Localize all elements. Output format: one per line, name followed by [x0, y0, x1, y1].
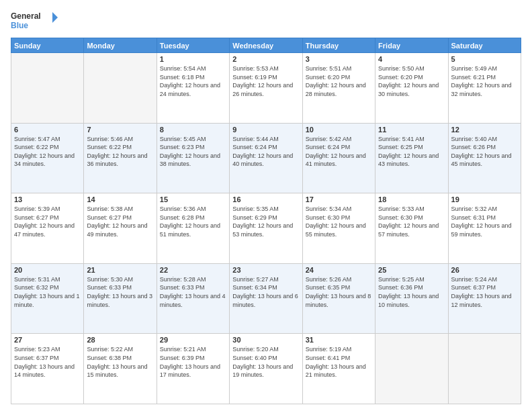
- page: General Blue SundayMondayTuesdayWednesda…: [0, 0, 532, 411]
- day-detail: Sunrise: 5:26 AMSunset: 6:35 PMDaylight:…: [306, 275, 372, 309]
- day-detail: Sunrise: 5:47 AMSunset: 6:22 PMDaylight:…: [14, 135, 81, 169]
- day-number: 28: [87, 336, 153, 344]
- day-detail: Sunrise: 5:51 AMSunset: 6:20 PMDaylight:…: [306, 64, 372, 98]
- day-detail: Sunrise: 5:27 AMSunset: 6:34 PMDaylight:…: [232, 275, 299, 309]
- day-number: 4: [378, 55, 445, 63]
- calendar-cell: 28Sunrise: 5:22 AMSunset: 6:38 PMDayligh…: [84, 334, 157, 404]
- day-number: 19: [451, 195, 518, 203]
- day-detail: Sunrise: 5:53 AMSunset: 6:19 PMDaylight:…: [232, 64, 299, 98]
- svg-marker-2: [52, 12, 58, 23]
- svg-text:General: General: [11, 11, 41, 21]
- weekday-header-row: SundayMondayTuesdayWednesdayThursdayFrid…: [11, 38, 521, 53]
- day-number: 20: [14, 266, 81, 274]
- day-number: 25: [378, 266, 445, 274]
- svg-text:Blue: Blue: [11, 21, 28, 30]
- day-number: 7: [87, 126, 153, 134]
- calendar-cell: 22Sunrise: 5:28 AMSunset: 6:33 PMDayligh…: [157, 263, 229, 334]
- day-number: 5: [451, 55, 518, 63]
- day-number: 12: [451, 126, 518, 134]
- day-detail: Sunrise: 5:31 AMSunset: 6:32 PMDaylight:…: [14, 275, 81, 309]
- day-number: 16: [232, 195, 299, 203]
- calendar-cell: 5Sunrise: 5:49 AMSunset: 6:21 PMDaylight…: [448, 53, 521, 124]
- weekday-tuesday: Tuesday: [157, 38, 229, 53]
- day-detail: Sunrise: 5:24 AMSunset: 6:37 PMDaylight:…: [451, 275, 518, 309]
- day-detail: Sunrise: 5:49 AMSunset: 6:21 PMDaylight:…: [451, 64, 518, 98]
- day-detail: Sunrise: 5:39 AMSunset: 6:27 PMDaylight:…: [14, 205, 81, 238]
- day-detail: Sunrise: 5:32 AMSunset: 6:31 PMDaylight:…: [451, 205, 518, 238]
- day-detail: Sunrise: 5:34 AMSunset: 6:30 PMDaylight:…: [306, 205, 372, 238]
- day-detail: Sunrise: 5:45 AMSunset: 6:23 PMDaylight:…: [160, 135, 226, 169]
- day-number: 24: [306, 266, 372, 274]
- week-row-3: 13Sunrise: 5:39 AMSunset: 6:27 PMDayligh…: [11, 193, 521, 264]
- calendar-cell: 6Sunrise: 5:47 AMSunset: 6:22 PMDaylight…: [11, 123, 84, 193]
- day-number: 26: [451, 266, 518, 274]
- day-detail: Sunrise: 5:41 AMSunset: 6:25 PMDaylight:…: [378, 135, 445, 169]
- calendar-cell: 2Sunrise: 5:53 AMSunset: 6:19 PMDaylight…: [230, 53, 302, 124]
- calendar-cell: 7Sunrise: 5:46 AMSunset: 6:22 PMDaylight…: [84, 123, 157, 193]
- logo: General Blue: [11, 9, 58, 34]
- calendar-cell: 11Sunrise: 5:41 AMSunset: 6:25 PMDayligh…: [375, 123, 448, 193]
- calendar-cell: 16Sunrise: 5:35 AMSunset: 6:29 PMDayligh…: [230, 193, 302, 264]
- calendar-cell: [375, 334, 448, 404]
- calendar-cell: 3Sunrise: 5:51 AMSunset: 6:20 PMDaylight…: [302, 53, 375, 124]
- day-detail: Sunrise: 5:20 AMSunset: 6:40 PMDaylight:…: [232, 345, 299, 379]
- day-number: 3: [306, 55, 372, 63]
- day-number: 1: [160, 55, 226, 63]
- calendar-cell: 1Sunrise: 5:54 AMSunset: 6:18 PMDaylight…: [157, 53, 229, 124]
- day-detail: Sunrise: 5:23 AMSunset: 6:37 PMDaylight:…: [14, 345, 81, 379]
- weekday-friday: Friday: [375, 38, 448, 53]
- calendar-cell: [11, 53, 84, 124]
- day-detail: Sunrise: 5:38 AMSunset: 6:27 PMDaylight:…: [87, 205, 153, 238]
- day-detail: Sunrise: 5:30 AMSunset: 6:33 PMDaylight:…: [87, 275, 153, 309]
- calendar-cell: 20Sunrise: 5:31 AMSunset: 6:32 PMDayligh…: [11, 263, 84, 334]
- day-detail: Sunrise: 5:42 AMSunset: 6:24 PMDaylight:…: [306, 135, 372, 169]
- calendar-cell: 14Sunrise: 5:38 AMSunset: 6:27 PMDayligh…: [84, 193, 157, 264]
- header: General Blue: [11, 9, 521, 34]
- calendar-cell: [84, 53, 157, 124]
- day-detail: Sunrise: 5:54 AMSunset: 6:18 PMDaylight:…: [160, 64, 226, 98]
- calendar-cell: 9Sunrise: 5:44 AMSunset: 6:24 PMDaylight…: [230, 123, 302, 193]
- calendar-cell: 29Sunrise: 5:21 AMSunset: 6:39 PMDayligh…: [157, 334, 229, 404]
- calendar-cell: 27Sunrise: 5:23 AMSunset: 6:37 PMDayligh…: [11, 334, 84, 404]
- calendar-cell: 13Sunrise: 5:39 AMSunset: 6:27 PMDayligh…: [11, 193, 84, 264]
- day-number: 17: [306, 195, 372, 203]
- day-number: 13: [14, 195, 81, 203]
- calendar-cell: 19Sunrise: 5:32 AMSunset: 6:31 PMDayligh…: [448, 193, 521, 264]
- week-row-5: 27Sunrise: 5:23 AMSunset: 6:37 PMDayligh…: [11, 334, 521, 404]
- calendar-cell: 23Sunrise: 5:27 AMSunset: 6:34 PMDayligh…: [230, 263, 302, 334]
- logo-svg: General Blue: [11, 9, 58, 34]
- day-detail: Sunrise: 5:44 AMSunset: 6:24 PMDaylight:…: [232, 135, 299, 169]
- calendar-cell: 17Sunrise: 5:34 AMSunset: 6:30 PMDayligh…: [302, 193, 375, 264]
- calendar-cell: 10Sunrise: 5:42 AMSunset: 6:24 PMDayligh…: [302, 123, 375, 193]
- day-detail: Sunrise: 5:46 AMSunset: 6:22 PMDaylight:…: [87, 135, 153, 169]
- day-number: 10: [306, 126, 372, 134]
- day-detail: Sunrise: 5:40 AMSunset: 6:26 PMDaylight:…: [451, 135, 518, 169]
- weekday-wednesday: Wednesday: [230, 38, 302, 53]
- calendar-table: SundayMondayTuesdayWednesdayThursdayFrid…: [11, 38, 521, 404]
- day-number: 31: [306, 336, 372, 344]
- day-detail: Sunrise: 5:36 AMSunset: 6:28 PMDaylight:…: [160, 205, 226, 238]
- day-detail: Sunrise: 5:50 AMSunset: 6:20 PMDaylight:…: [378, 64, 445, 98]
- day-number: 23: [232, 266, 299, 274]
- weekday-saturday: Saturday: [448, 38, 521, 53]
- calendar-cell: 26Sunrise: 5:24 AMSunset: 6:37 PMDayligh…: [448, 263, 521, 334]
- weekday-monday: Monday: [84, 38, 157, 53]
- day-number: 18: [378, 195, 445, 203]
- day-number: 11: [378, 126, 445, 134]
- day-detail: Sunrise: 5:19 AMSunset: 6:41 PMDaylight:…: [306, 345, 372, 379]
- day-detail: Sunrise: 5:25 AMSunset: 6:36 PMDaylight:…: [378, 275, 445, 309]
- calendar-cell: [448, 334, 521, 404]
- day-number: 27: [14, 336, 81, 344]
- calendar-cell: 8Sunrise: 5:45 AMSunset: 6:23 PMDaylight…: [157, 123, 229, 193]
- calendar-cell: 24Sunrise: 5:26 AMSunset: 6:35 PMDayligh…: [302, 263, 375, 334]
- week-row-1: 1Sunrise: 5:54 AMSunset: 6:18 PMDaylight…: [11, 53, 521, 124]
- calendar-cell: 21Sunrise: 5:30 AMSunset: 6:33 PMDayligh…: [84, 263, 157, 334]
- calendar-cell: 4Sunrise: 5:50 AMSunset: 6:20 PMDaylight…: [375, 53, 448, 124]
- day-number: 29: [160, 336, 226, 344]
- weekday-thursday: Thursday: [302, 38, 375, 53]
- day-number: 15: [160, 195, 226, 203]
- calendar-cell: 25Sunrise: 5:25 AMSunset: 6:36 PMDayligh…: [375, 263, 448, 334]
- week-row-2: 6Sunrise: 5:47 AMSunset: 6:22 PMDaylight…: [11, 123, 521, 193]
- day-number: 8: [160, 126, 226, 134]
- calendar-cell: 12Sunrise: 5:40 AMSunset: 6:26 PMDayligh…: [448, 123, 521, 193]
